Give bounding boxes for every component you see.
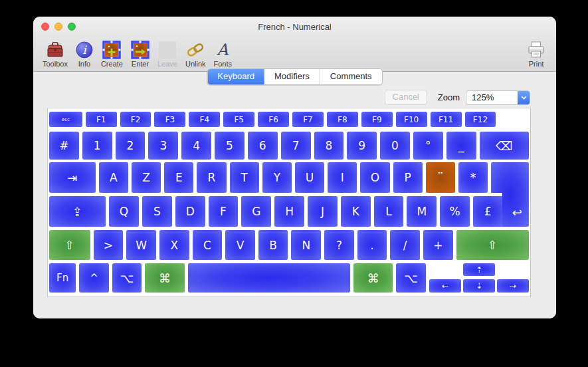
key-g[interactable]: G	[241, 196, 271, 227]
key-d[interactable]: D	[175, 196, 205, 227]
key-5[interactable]: 5	[215, 132, 245, 160]
key-esc[interactable]: esc	[49, 112, 82, 127]
key-8[interactable]: 8	[314, 132, 344, 160]
key-h[interactable]: H	[274, 196, 304, 227]
enter-button[interactable]: Enter	[127, 40, 153, 68]
key-arrow-up[interactable]: ⇡	[463, 263, 495, 276]
key-a[interactable]: A	[99, 162, 128, 193]
key-e[interactable]: E	[164, 162, 193, 193]
toolbox-button[interactable]: Toolbox	[39, 40, 72, 68]
key-0[interactable]: 0	[380, 132, 410, 160]
key-pound[interactable]: £	[473, 196, 503, 227]
key-hash[interactable]: #	[49, 132, 79, 160]
key-m[interactable]: M	[407, 196, 437, 227]
key-6[interactable]: 6	[248, 132, 278, 160]
bottom-letter-row: ⇧>WXCVBN?./+⇧	[49, 230, 529, 260]
key-f11[interactable]: F11	[431, 112, 462, 127]
tab-modifiers[interactable]: Modifiers	[264, 69, 320, 84]
key-greater-than[interactable]: >	[94, 230, 124, 260]
key-n[interactable]: N	[291, 230, 321, 260]
tab-comments[interactable]: Comments	[320, 69, 382, 84]
tab-keyboard[interactable]: Keyboard	[207, 69, 264, 84]
key-f1[interactable]: F1	[86, 112, 117, 127]
key-f12[interactable]: F12	[465, 112, 496, 127]
key-b[interactable]: B	[258, 230, 288, 260]
key-f6[interactable]: F6	[258, 112, 289, 127]
key-fn[interactable]: Fn	[49, 263, 76, 293]
key-z[interactable]: Z	[132, 162, 161, 193]
modifier-row: Fn^⌥⌘⌘⌥⇡⇠⇣⇢	[49, 263, 529, 293]
key-degree[interactable]: °	[413, 132, 443, 160]
key-plus[interactable]: +	[423, 230, 453, 260]
key-j[interactable]: J	[308, 196, 338, 227]
toolbar: Toolbox i Info	[33, 37, 556, 71]
enter-label: Enter	[132, 60, 149, 68]
key-shift-right[interactable]: ⇧	[456, 230, 529, 260]
cancel-button[interactable]: Cancel	[385, 90, 427, 105]
print-button[interactable]: Print	[523, 40, 545, 68]
key-dead-diaeresis[interactable]: ¨	[426, 162, 455, 193]
fonts-button[interactable]: A Fonts	[210, 40, 237, 68]
key-y[interactable]: Y	[262, 162, 292, 193]
key-t[interactable]: T	[230, 162, 259, 193]
key-v[interactable]: V	[225, 230, 255, 260]
key-option-left[interactable]: ⌥	[112, 263, 142, 293]
create-button[interactable]: Create	[97, 40, 127, 68]
key-w[interactable]: W	[126, 230, 156, 260]
key-f3[interactable]: F3	[154, 112, 185, 127]
key-s[interactable]: S	[142, 196, 172, 227]
info-label: Info	[78, 60, 90, 68]
info-button[interactable]: i Info	[72, 40, 97, 68]
key-command-right[interactable]: ⌘	[353, 263, 393, 293]
key-f10[interactable]: F10	[396, 112, 427, 127]
key-4[interactable]: 4	[181, 132, 211, 160]
key-f2[interactable]: F2	[120, 112, 151, 127]
zoom-dropdown[interactable]: 125%	[466, 90, 530, 105]
key-option-right[interactable]: ⌥	[396, 263, 426, 293]
key-shift-left[interactable]: ⇧	[49, 230, 90, 260]
key-capslock[interactable]: ⇪	[49, 196, 106, 227]
key-underscore[interactable]: _	[446, 132, 476, 160]
key-f[interactable]: F	[209, 196, 239, 227]
key-tab[interactable]: ⇥	[49, 162, 96, 193]
key-arrow-down[interactable]: ⇣	[463, 279, 495, 293]
key-o[interactable]: O	[360, 162, 389, 193]
key-f9[interactable]: F9	[361, 112, 393, 127]
key-f4[interactable]: F4	[189, 112, 220, 127]
key-2[interactable]: 2	[116, 132, 146, 160]
key-u[interactable]: U	[295, 162, 324, 193]
fullscreen-button[interactable]	[68, 23, 76, 31]
key-p[interactable]: P	[393, 162, 423, 193]
print-label: Print	[529, 60, 544, 68]
minimize-button[interactable]	[54, 23, 62, 31]
key-f7[interactable]: F7	[292, 112, 324, 127]
key-arrow-left[interactable]: ⇠	[429, 279, 461, 293]
key-slash[interactable]: /	[390, 230, 420, 260]
key-question[interactable]: ?	[324, 230, 354, 260]
unlink-button[interactable]: Unlink	[181, 40, 210, 68]
key-period[interactable]: .	[357, 230, 387, 260]
key-k[interactable]: K	[341, 196, 371, 227]
key-i[interactable]: I	[328, 162, 357, 193]
close-button[interactable]	[41, 23, 49, 31]
key-space[interactable]	[188, 263, 350, 293]
key-backspace[interactable]: ⌫	[480, 132, 529, 160]
key-percent[interactable]: %	[440, 196, 470, 227]
key-7[interactable]: 7	[281, 132, 311, 160]
key-r[interactable]: R	[197, 162, 226, 193]
key-x[interactable]: X	[159, 230, 189, 260]
key-command-left[interactable]: ⌘	[145, 263, 184, 293]
window-chrome: French - Numerical Toolbox	[33, 17, 556, 72]
key-control[interactable]: ^	[79, 263, 109, 293]
key-1[interactable]: 1	[82, 132, 112, 160]
key-l[interactable]: L	[374, 196, 404, 227]
key-asterisk[interactable]: *	[458, 162, 488, 193]
key-q[interactable]: Q	[109, 196, 139, 227]
key-arrow-right[interactable]: ⇢	[497, 279, 529, 293]
key-f5[interactable]: F5	[223, 112, 254, 127]
key-3[interactable]: 3	[148, 132, 178, 160]
key-c[interactable]: C	[193, 230, 223, 260]
arrow-keys-cluster: ⇡⇠⇣⇢	[429, 263, 529, 293]
key-f8[interactable]: F8	[327, 112, 358, 127]
key-9[interactable]: 9	[347, 132, 377, 160]
